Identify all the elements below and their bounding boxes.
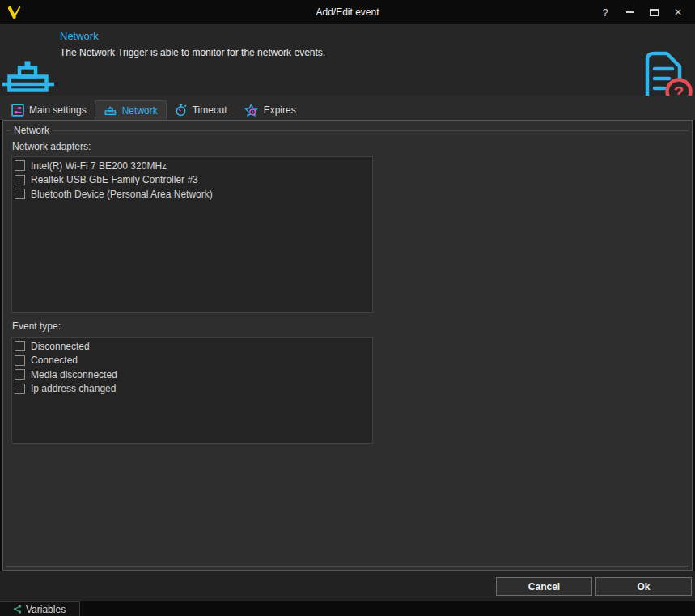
star-clock-icon — [244, 104, 259, 117]
adapter-checkbox[interactable] — [15, 175, 25, 185]
adapter-label: Realtek USB GbE Family Controller #3 — [31, 174, 198, 185]
event-type-label: Connected — [31, 355, 78, 366]
tab-network[interactable]: Network — [95, 100, 167, 120]
cancel-button[interactable]: Cancel — [496, 577, 592, 596]
adapter-checkbox[interactable] — [15, 160, 25, 171]
tab-label: Main settings — [29, 104, 87, 116]
minimize-icon — [626, 11, 634, 13]
maximize-button[interactable] — [642, 1, 666, 23]
dialog-header: Network The Network Trigger is able to m… — [0, 24, 695, 96]
event-type-checkbox[interactable] — [15, 355, 25, 366]
tab-strip: Main settings Network — [0, 96, 695, 120]
ok-button[interactable]: Ok — [595, 577, 692, 596]
tab-main-settings[interactable]: Main settings — [3, 100, 95, 120]
minimize-button[interactable] — [617, 1, 642, 23]
event-type-label: Event type: — [12, 321, 61, 332]
status-bar: Variables — [0, 601, 695, 616]
title-bar[interactable]: Add/Edit event ? ✕ — [0, 0, 695, 24]
event-type-row[interactable]: Media disconnected — [12, 367, 372, 382]
network-trigger-icon — [2, 59, 54, 97]
tab-expires[interactable]: Expires — [235, 100, 304, 120]
adapter-row[interactable]: Realtek USB GbE Family Controller #3 — [12, 173, 372, 188]
event-type-row[interactable]: Disconnected — [12, 339, 372, 354]
tab-timeout[interactable]: Timeout — [167, 100, 235, 120]
help-button[interactable]: ? — [593, 1, 617, 23]
network-adapters-listbox[interactable]: Intel(R) Wi-Fi 7 BE200 320MHzRealtek USB… — [11, 156, 373, 313]
adapter-label: Intel(R) Wi-Fi 7 BE200 320MHz — [31, 160, 167, 172]
tab-page-network: Network Network adapters: Intel(R) Wi-Fi… — [2, 120, 693, 571]
network-icon — [104, 106, 117, 116]
tab-label: Expires — [264, 104, 296, 116]
variables-label: Variables — [26, 604, 66, 615]
event-type-label: Ip address changed — [31, 383, 116, 394]
variables-icon — [13, 605, 22, 614]
stopwatch-icon — [175, 104, 188, 117]
add-edit-event-dialog: Add/Edit event ? ✕ Network The Network T… — [0, 0, 695, 616]
event-type-label: Media disconnected — [31, 369, 117, 380]
close-icon: ✕ — [674, 6, 682, 18]
event-type-row[interactable]: Ip address changed — [12, 382, 372, 397]
event-type-checkbox[interactable] — [15, 341, 25, 351]
adapter-label: Bluetooth Device (Personal Area Network) — [31, 189, 213, 200]
trigger-title: Network — [60, 30, 99, 42]
event-type-label: Disconnected — [31, 341, 90, 352]
dialog-footer: Cancel Ok — [0, 571, 695, 601]
event-type-row[interactable]: Connected — [12, 354, 372, 368]
tab-label: Network — [122, 105, 158, 117]
adapter-checkbox[interactable] — [15, 189, 25, 199]
groupbox-title: Network — [11, 125, 53, 136]
close-button[interactable]: ✕ — [666, 1, 690, 23]
network-adapters-label: Network adapters: — [12, 141, 91, 152]
tab-label: Timeout — [193, 104, 227, 116]
network-groupbox: Network Network adapters: Intel(R) Wi-Fi… — [6, 125, 689, 567]
event-type-listbox[interactable]: DisconnectedConnectedMedia disconnectedI… — [11, 337, 373, 444]
adapter-row[interactable]: Bluetooth Device (Personal Area Network) — [12, 187, 372, 202]
maximize-icon — [650, 9, 659, 16]
trigger-description: The Network Trigger is able to monitor f… — [60, 47, 325, 58]
variables-panel-tab[interactable]: Variables — [0, 601, 80, 616]
adapter-row[interactable]: Intel(R) Wi-Fi 7 BE200 320MHz — [12, 159, 372, 173]
window-title: Add/Edit event — [0, 6, 695, 18]
event-type-checkbox[interactable] — [15, 384, 25, 394]
event-type-checkbox[interactable] — [15, 369, 25, 380]
sliders-icon — [11, 104, 24, 117]
